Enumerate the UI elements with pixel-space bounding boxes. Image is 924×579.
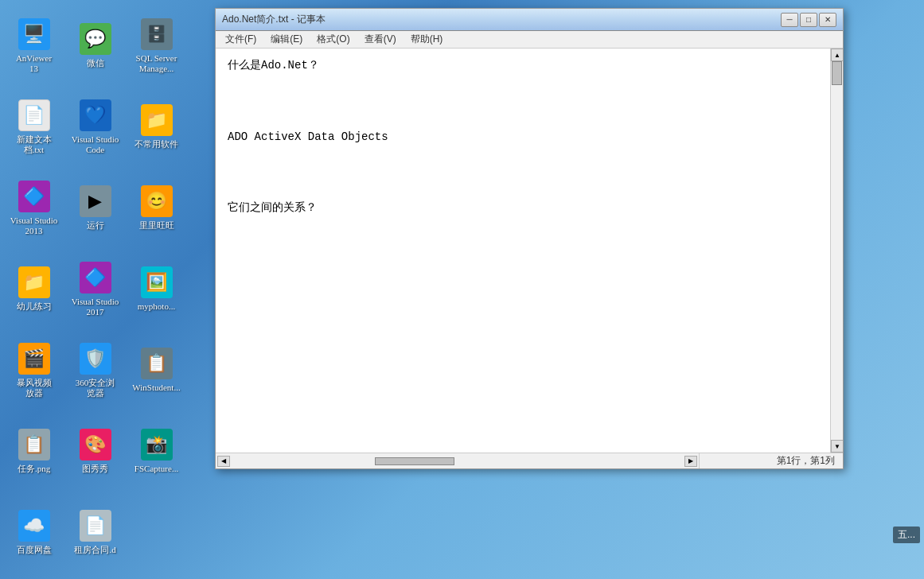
maximize-button[interactable]: □: [800, 13, 817, 27]
window-content: 什么是Ado.Net？ ADO ActiveX Data Objects 它们之…: [216, 49, 843, 453]
fscapture-label: FSCapture...: [135, 464, 178, 474]
scrollbar-up-button[interactable]: ▲: [831, 49, 843, 61]
yoyo-label: 幼儿练习: [17, 301, 52, 312]
desktop-icon-360[interactable]: 🛡️ 360安全浏览器: [65, 331, 125, 410]
zuofang-icon: 📄: [80, 510, 111, 542]
notsoften-label: 不常用软件: [135, 139, 178, 150]
desktop-icon-run[interactable]: ▶ 运行: [65, 169, 125, 248]
desktop-icon-vscode[interactable]: 💙 Visual StudioCode: [65, 87, 125, 167]
picshop-icon: 🎨: [80, 429, 111, 460]
desktop-icons-area: 🖥️ AnViewer13 💬 微信 🗄️ SQL ServerManage..…: [0, 0, 211, 579]
baidu-icon: ☁️: [18, 510, 50, 542]
yoyo-icon: 📁: [18, 266, 50, 298]
desktop-icon-video[interactable]: 🎬 暴风视频放器: [4, 331, 64, 410]
scrollbar-right-button[interactable]: ▶: [684, 456, 697, 467]
myphoto-icon: 🖼️: [141, 266, 173, 298]
desktop-icon-sqlserver[interactable]: 🗄️ SQL ServerManage...: [127, 6, 186, 86]
window-title: Ado.Net简介.txt - 记事本: [222, 13, 781, 26]
scrollbar-h-track[interactable]: [232, 457, 683, 466]
fscapture-icon: 📸: [141, 429, 173, 460]
desktop-icon-task[interactable]: 📋 任务.png: [4, 412, 64, 492]
window-menubar: 文件(F) 编辑(E) 格式(O) 查看(V) 帮助(H): [216, 31, 843, 49]
desktop-icon-chrome[interactable]: GOOGLE CHROME: [65, 574, 125, 579]
wangwang-icon: 😊: [141, 185, 173, 217]
desktop: 🖥️ AnViewer13 💬 微信 🗄️ SQL ServerManage..…: [0, 0, 924, 579]
sqlserver-icon: 🗄️: [141, 18, 173, 50]
wangwang-label: 里里旺旺: [139, 220, 174, 231]
desktop-icon-anviewer[interactable]: 🖥️ AnViewer13: [4, 6, 64, 86]
newfile-icon: 📄: [18, 99, 50, 131]
desktop-icon-winstudent[interactable]: 📋 WinStudent...: [127, 331, 186, 410]
winstudent-label: WinStudent...: [132, 383, 180, 393]
desktop-icon-zuofang[interactable]: 📄 租房合同.d: [65, 493, 125, 573]
360-label: 360安全浏览器: [76, 378, 115, 398]
desktop-icon-newfile[interactable]: 📄 新建文本档.txt: [4, 87, 64, 167]
close-button[interactable]: ✕: [819, 13, 836, 27]
menu-file[interactable]: 文件(F): [219, 31, 263, 48]
wechat-icon: 💬: [80, 23, 111, 55]
notsoften-icon: 📁: [141, 104, 173, 136]
run-icon: ▶: [80, 185, 111, 217]
task-label: 任务.png: [18, 464, 50, 474]
menu-format[interactable]: 格式(O): [310, 31, 356, 48]
desktop-icon-wechat[interactable]: 💬 微信: [65, 6, 125, 86]
desktop-icon-fscapture[interactable]: 📸 FSCapture...: [127, 412, 186, 492]
scrollbar-thumb[interactable]: [832, 61, 842, 85]
scrollbar-down-button[interactable]: ▼: [831, 440, 843, 453]
menu-edit[interactable]: 编辑(E): [264, 31, 309, 48]
vs2013-label: Visual Studio2013: [10, 216, 58, 236]
minimize-button[interactable]: ─: [781, 13, 798, 27]
desktop-icon-myphoto[interactable]: 🖼️ myphoto...: [127, 250, 186, 329]
desktop-icon-baofeng[interactable]: 🎬 暴风专V2014: [4, 574, 64, 579]
cursor-position: 第1行，第1列: [777, 454, 835, 468]
anviewer-icon: 🖥️: [18, 18, 50, 50]
vs2017-icon: 🔷: [80, 262, 111, 293]
desktop-icon-yoyo[interactable]: 📁 幼儿练习: [4, 250, 64, 329]
horizontal-scrollbar[interactable]: ◀ ▶: [216, 453, 700, 468]
status-bar: 第1行，第1列: [700, 453, 843, 468]
scrollbar-track[interactable]: [831, 61, 843, 440]
winstudent-icon: 📋: [141, 348, 173, 379]
watermark: 五...: [893, 527, 920, 543]
picshop-label: 图秀秀: [82, 464, 108, 474]
vertical-scrollbar[interactable]: ▲ ▼: [830, 49, 843, 453]
task-icon: 📋: [18, 429, 50, 460]
zuofang-label: 租房合同.d: [74, 545, 115, 555]
desktop-icon-vs2013[interactable]: 🔷 Visual Studio2013: [4, 169, 64, 248]
vs2017-label: Visual Studio2017: [72, 297, 119, 317]
window-controls: ─ □ ✕: [781, 13, 836, 27]
sqlserver-label: SQL ServerManage...: [136, 53, 177, 74]
run-label: 运行: [87, 220, 104, 231]
desktop-icon-notsoften[interactable]: 📁 不常用软件: [127, 87, 186, 167]
notepad-window: Ado.Net简介.txt - 记事本 ─ □ ✕ 文件(F) 编辑(E) 格式…: [215, 8, 844, 469]
desktop-icon-wangwang[interactable]: 😊 里里旺旺: [127, 169, 186, 248]
desktop-icon-vs2017[interactable]: 🔷 Visual Studio2017: [65, 250, 125, 329]
menu-view[interactable]: 查看(V): [358, 31, 403, 48]
vscode-label: Visual StudioCode: [72, 134, 119, 155]
scrollbar-h-thumb[interactable]: [375, 457, 454, 465]
vscode-icon: 💙: [80, 99, 111, 131]
baidu-label: 百度网盘: [17, 545, 52, 555]
notepad-textarea[interactable]: 什么是Ado.Net？ ADO ActiveX Data Objects 它们之…: [216, 49, 830, 453]
wechat-label: 微信: [87, 58, 104, 68]
video-label: 暴风视频放器: [17, 378, 52, 398]
vs2013-icon: 🔷: [18, 181, 50, 212]
anviewer-label: AnViewer13: [16, 53, 52, 74]
menu-help[interactable]: 帮助(H): [404, 31, 450, 48]
newfile-label: 新建文本档.txt: [17, 134, 52, 155]
desktop-icon-kuwo[interactable]: 🎵 酷狗音乐: [127, 574, 186, 579]
360-icon: 🛡️: [80, 343, 111, 375]
myphoto-label: myphoto...: [138, 301, 175, 312]
video-icon: 🎬: [18, 343, 50, 375]
desktop-icon-picshop[interactable]: 🎨 图秀秀: [65, 412, 125, 492]
window-bottom: ◀ ▶ 第1行，第1列: [216, 453, 843, 468]
window-titlebar[interactable]: Ado.Net简介.txt - 记事本 ─ □ ✕: [216, 9, 843, 31]
desktop-icon-baidu[interactable]: ☁️ 百度网盘: [4, 493, 64, 573]
scrollbar-left-button[interactable]: ◀: [217, 456, 230, 467]
